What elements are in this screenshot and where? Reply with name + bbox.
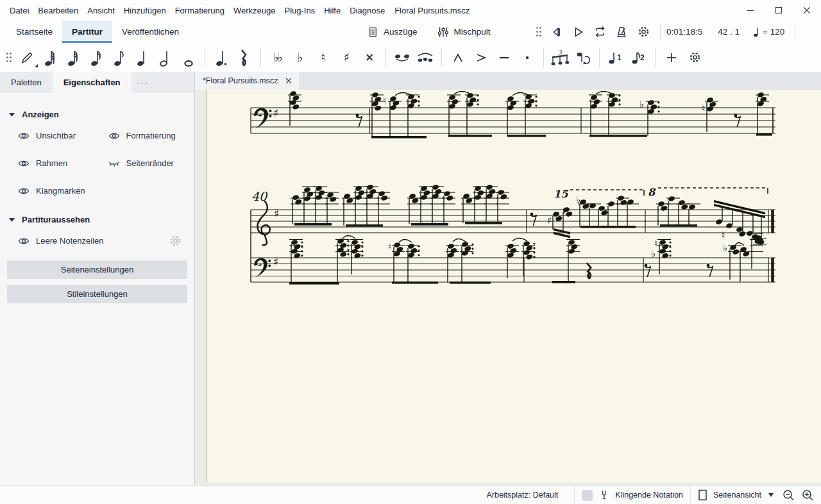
slur-button[interactable] [414,46,437,69]
section-header[interactable]: Anzeigen [9,110,187,119]
menu-plugins[interactable]: Plug-Ins [280,6,320,15]
score-page[interactable]: ♯♮♭♮♯♯♮♭♮40♯♮♮♭♭158 [206,90,821,482]
note-32nd-button[interactable] [62,46,85,69]
workspace-button[interactable]: Arbeitsplatz: Default [486,491,558,500]
property-toggle-formatierung[interactable]: Formatierung [97,122,188,149]
tie-icon [394,51,410,64]
flat-button[interactable]: ♭ [289,46,312,69]
tab-partitur[interactable]: Partitur [62,21,112,43]
svg-text:♭: ♭ [723,242,727,254]
ottava-label: 8 [648,186,656,198]
property-toggle-seitenränder[interactable]: Seitenränder [97,149,188,177]
zoom-in-button[interactable] [798,489,817,501]
tie-button[interactable] [391,46,414,69]
parts-button[interactable]: Auszüge [367,25,418,39]
sidebar-more-button[interactable]: ··· [131,72,155,93]
concert-pitch-toggle[interactable] [582,490,593,501]
button-label: Auszüge [384,27,418,37]
menu-ansicht[interactable]: Ansicht [83,6,119,15]
gear-icon[interactable] [169,234,182,248]
tuplet-button[interactable]: 3 [548,46,571,69]
tenuto-button[interactable] [493,46,516,69]
marcato-icon [451,52,465,63]
tab-veröffentlichen[interactable]: Veröffentlichen [112,21,189,43]
tempo-indicator[interactable]: = 120 [754,27,784,37]
property-toggle-unsichtbar[interactable]: Unsichtbar [7,122,97,149]
panel-toggle-buttons: AuszügeMischpult [367,21,491,43]
property-label: Formatierung [126,131,176,140]
note-half-button[interactable] [154,46,177,69]
note-8th-button[interactable] [108,46,131,69]
double-sharp-button[interactable]: × [358,46,381,69]
flat-glyph: ♭ [298,51,303,63]
menu-werkzeuge[interactable]: Werkzeuge [229,6,280,15]
score-tab[interactable]: *Floral Pursuits.mscz [195,72,300,90]
rewind-icon [549,25,563,39]
playback-drag-handle[interactable] [534,22,544,42]
minimize-button[interactable] [736,0,765,21]
zoom-out-button[interactable] [779,489,798,501]
tab-startseite[interactable]: Startseite [6,21,62,43]
double-flat-button[interactable]: ♭♭ [266,46,289,69]
customize-toolbar-button[interactable] [683,46,706,69]
note-quarter-button[interactable] [131,46,154,69]
note-64th-button[interactable] [38,46,62,69]
voice-1-button[interactable]: 1 [604,46,627,69]
natural-button[interactable]: ♮ [312,46,335,69]
menu-datei[interactable]: Datei [5,6,33,15]
accent-icon [474,52,488,63]
menu-bearbeiten[interactable]: Bearbeiten [33,6,83,15]
eye-icon [108,131,120,140]
augmentation-dot-button[interactable] [210,46,233,69]
score-canvas[interactable]: ♯♮♭♮♯♯♮♭♮40♯♮♮♭♭158 [195,90,821,485]
svg-text:♮: ♮ [383,95,386,106]
sharp-button[interactable]: ♯ [335,46,358,69]
property-toggle-rahmen[interactable]: Rahmen [7,149,97,177]
sidebar-tab-paletten[interactable]: Paletten [0,72,53,93]
add-button[interactable] [660,46,683,69]
property-toggle-leerenotenzeilen[interactable]: Leere Notenzeilen [7,227,187,255]
marcato-button[interactable] [446,46,470,69]
section-header[interactable]: Partituraussehen [9,215,187,224]
natural-glyph: ♮ [321,51,326,63]
metronome-button[interactable] [611,22,632,42]
note-input-drag-handle[interactable] [4,48,14,67]
separator [690,486,691,504]
close-window-button[interactable] [793,0,821,21]
playback-time[interactable]: 0:01:18:5 [666,27,702,37]
view-mode-selector[interactable]: Seitenansicht [698,489,774,501]
menu-hilfe[interactable]: Hilfe [319,6,345,15]
rewind-button[interactable] [545,22,567,42]
maximize-button[interactable] [765,0,793,21]
sidebar-tab-eigenschaften[interactable]: Eigenschaften [53,72,131,93]
eye-icon [18,237,30,246]
notation-svg[interactable]: ♯♮♭♮♯♯♮♭♮40♯♮♮♭♭158 [207,90,821,482]
menu-diagnose[interactable]: Diagnose [345,6,389,15]
collapse-caret-icon [9,218,15,222]
seiteneinstellungen-button[interactable]: Seiteneinstellungen [7,260,187,279]
ribbon-row: StartseitePartiturVeröffentlichen Auszüg… [0,21,821,43]
status-bar: Arbeitsplatz: Default Klingende Notation… [0,485,821,504]
concert-pitch-label: Klingende Notation [615,491,683,500]
measure-beat-indicator[interactable]: 42 . 1 [718,27,740,37]
menu-hinzufgen[interactable]: Hinzufügen [119,6,171,15]
playback-settings-button[interactable] [632,22,654,42]
accent-button[interactable] [470,46,493,69]
loop-button[interactable] [589,22,611,42]
note-16th-button[interactable] [85,46,108,69]
voice-2-button[interactable]: 2 [627,46,650,69]
mixer-button[interactable]: Mischpult [437,25,491,39]
concert-pitch-label-group[interactable]: Klingende Notation [599,489,683,501]
menu-formatierung[interactable]: Formatierung [171,6,229,15]
eye-icon [18,131,30,140]
property-toggle-klangmarken[interactable]: Klangmarken [7,177,97,205]
staccato-button[interactable] [516,46,539,69]
close-tab-icon[interactable] [285,78,292,84]
note-whole-button[interactable] [177,46,200,69]
stileinstellungen-button[interactable]: Stileinstellungen [7,285,187,303]
note-input-mode-button[interactable] [15,46,38,69]
play-button[interactable] [567,22,589,42]
flip-direction-button[interactable] [571,46,595,69]
property-label: Leere Notenzeilen [36,236,104,246]
rest-button[interactable] [233,46,256,69]
